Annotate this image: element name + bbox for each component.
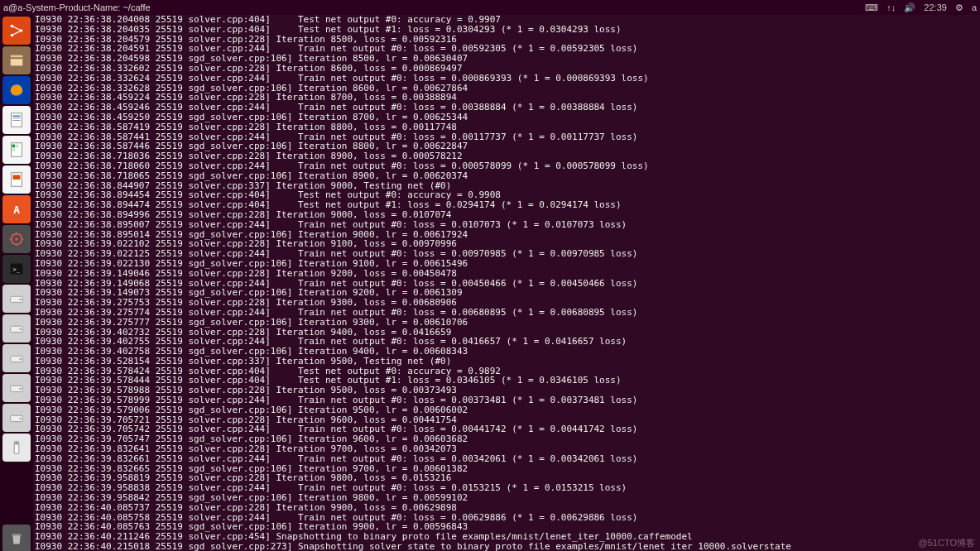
svg-rect-4 — [11, 59, 23, 65]
svg-point-24 — [20, 328, 22, 330]
svg-point-22 — [20, 299, 22, 300]
drive-icon-3[interactable] — [2, 344, 31, 372]
svg-point-26 — [20, 358, 22, 360]
software-center-icon[interactable]: A — [2, 195, 31, 223]
svg-text:>_: >_ — [12, 266, 20, 273]
svg-rect-8 — [12, 117, 20, 118]
settings-icon[interactable] — [2, 225, 31, 253]
keyboard-indicator-icon[interactable]: ⌨ — [865, 2, 878, 13]
network-icon[interactable]: ↑↓ — [886, 2, 896, 12]
svg-rect-3 — [11, 55, 23, 58]
watermark: @51CTO博客 — [919, 537, 975, 549]
files-icon[interactable] — [2, 46, 31, 74]
svg-rect-7 — [12, 116, 20, 117]
drive-icon-5[interactable] — [2, 404, 31, 432]
launcher-dock: A >_ — [0, 15, 33, 551]
user-icon[interactable]: a — [972, 2, 977, 12]
window-title: a@a-System-Product-Name: ~/caffe — [3, 2, 865, 12]
writer-icon[interactable] — [2, 106, 31, 134]
svg-rect-32 — [15, 443, 18, 445]
usb-creator-icon[interactable] — [2, 434, 31, 462]
drive-icon-1[interactable] — [2, 285, 31, 313]
svg-point-30 — [20, 418, 22, 419]
top-menu-bar: a@a-System-Product-Name: ~/caffe ⌨ ↑↓ 🔊 … — [0, 0, 980, 15]
drive-icon-4[interactable] — [2, 374, 31, 402]
firefox-icon[interactable] — [2, 76, 31, 104]
drive-icon-2[interactable] — [2, 314, 31, 343]
svg-rect-12 — [16, 145, 19, 148]
svg-rect-11 — [12, 145, 16, 148]
trash-icon[interactable] — [2, 525, 31, 551]
svg-point-28 — [20, 388, 22, 390]
svg-rect-15 — [12, 175, 20, 180]
clock[interactable]: 22:39 — [924, 2, 947, 12]
terminal-output[interactable]: I0930 22:36:38.204008 25519 solver.cpp:4… — [33, 15, 980, 551]
gear-icon[interactable]: ⚙ — [955, 2, 963, 13]
dash-icon[interactable] — [2, 17, 31, 45]
terminal-icon[interactable]: >_ — [2, 255, 31, 283]
svg-point-18 — [15, 237, 18, 241]
svg-rect-13 — [12, 148, 16, 151]
svg-rect-9 — [12, 120, 20, 121]
svg-text:A: A — [13, 204, 20, 216]
calc-icon[interactable] — [2, 136, 31, 164]
system-tray: ⌨ ↑↓ 🔊 22:39 ⚙ a — [865, 2, 977, 13]
impress-icon[interactable] — [2, 165, 31, 194]
svg-rect-33 — [12, 534, 22, 536]
volume-icon[interactable]: 🔊 — [904, 2, 915, 13]
